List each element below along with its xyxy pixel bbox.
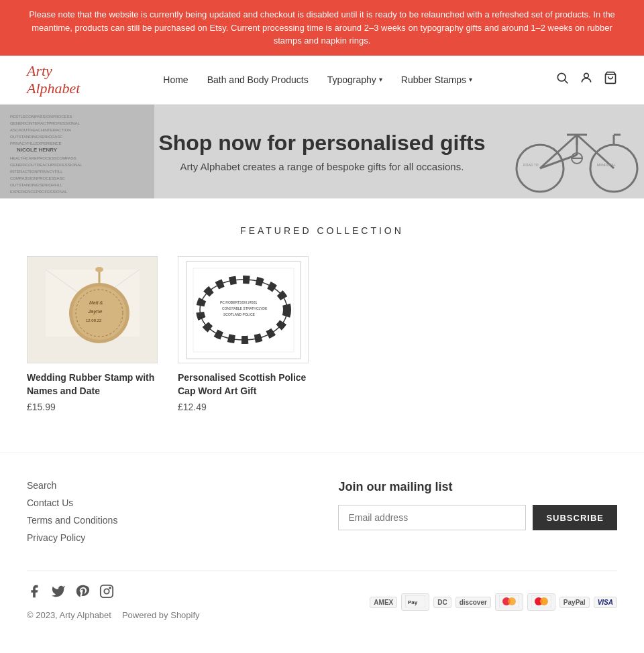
products-grid: Matt & Jayne 12.08.22 Wedding Rubber Sta…	[27, 256, 617, 412]
product-image-1: Matt & Jayne 12.08.22	[27, 256, 158, 363]
svg-point-0	[557, 74, 566, 82]
svg-text:GENERICOUTREACHPROFESSIONAL: GENERICOUTREACHPROFESSIONAL	[10, 163, 83, 167]
svg-text:PESTLECOMPASSIONPROCESS: PESTLECOMPASSIONPROCESS	[10, 115, 72, 119]
svg-rect-48	[101, 585, 113, 597]
svg-text:OUTSTANDINGSENIORASC: OUTSTANDINGSENIORASC	[10, 135, 63, 139]
mastercard-icon	[527, 593, 555, 611]
hero-left-image: PESTLECOMPASSIONPROCESS GENERICINTERACTP…	[0, 105, 154, 198]
subscribe-button[interactable]: SUBSCRIBE	[533, 505, 617, 530]
newsletter-heading: Join our mailing list	[338, 480, 617, 494]
payment-icons: AMEX Pay DC discover	[370, 593, 617, 611]
stamp-ornament-svg: Matt & Jayne 12.08.22	[42, 263, 143, 357]
svg-point-49	[104, 589, 109, 594]
footer-link-terms[interactable]: Terms and Conditions	[27, 515, 117, 526]
svg-text:COMPASSIONPROCESSASC: COMPASSIONPROCESSASC	[10, 176, 66, 180]
footer-link-privacy[interactable]: Privacy Policy	[27, 532, 117, 543]
diners-icon: DC	[433, 597, 451, 608]
nav-rubber-stamps[interactable]: Rubber Stamps	[401, 74, 472, 85]
svg-text:MANROYAL: MANROYAL	[597, 163, 616, 167]
site-header: Arty Alphabet Home Bath and Body Product…	[0, 56, 644, 105]
footer-bottom: © 2023, Arty Alphabet Powered by Shopify…	[27, 570, 617, 620]
product-price-1: £15.99	[27, 402, 158, 412]
site-footer: Search Contact Us Terms and Conditions P…	[0, 453, 644, 634]
product-image-2: PC ROBERTSON 24581 CONSTABLE STRATHCLYDE…	[178, 256, 309, 363]
header-icons	[555, 71, 617, 88]
instagram-icon[interactable]	[99, 584, 114, 602]
police-cap-svg: PC ROBERTSON 24581 CONSTABLE STRATHCLYDE…	[183, 258, 304, 362]
hero-subtext: Arty Alphabet creates a range of bespoke…	[158, 161, 485, 172]
footer-bottom-left: © 2023, Arty Alphabet Powered by Shopify	[27, 584, 200, 620]
footer-link-contact[interactable]: Contact Us	[27, 497, 117, 508]
footer-content: Search Contact Us Terms and Conditions P…	[27, 480, 617, 543]
hero-content: Shop now for personalised gifts Arty Alp…	[158, 131, 485, 172]
hero-banner: PESTLECOMPASSIONPROCESS GENERICINTERACTP…	[0, 105, 644, 198]
svg-line-18	[540, 135, 577, 168]
newsletter-form: SUBSCRIBE	[338, 505, 617, 530]
bicycle-svg: ROAD TO MANROYAL	[513, 108, 641, 195]
nav-typography-label: Typography	[327, 74, 376, 85]
site-logo[interactable]: Arty Alphabet	[27, 62, 80, 98]
svg-point-50	[109, 588, 111, 589]
svg-line-1	[565, 80, 568, 84]
announcement-bar: Please note that the website is currentl…	[0, 0, 644, 56]
apple-pay-icon: Pay	[401, 593, 429, 611]
product-title-2: Personalised Scottish Police Cap Word Ar…	[178, 371, 309, 398]
nav-bath[interactable]: Bath and Body Products	[207, 74, 309, 85]
svg-text:EXPERIENCEPROFESSIONAL: EXPERIENCEPROFESSIONAL	[10, 190, 68, 194]
svg-text:GENERICINTERACTPROFESSIONAL: GENERICINTERACTPROFESSIONAL	[10, 121, 80, 125]
discover-icon: discover	[455, 597, 491, 608]
pinterest-icon[interactable]	[75, 584, 90, 602]
featured-section: FEATURED COLLECTION Matt & Jayne	[0, 198, 644, 453]
logo-line2: Alphabet	[27, 80, 80, 97]
nav-rubber-stamps-label: Rubber Stamps	[401, 74, 466, 85]
twitter-icon[interactable]	[51, 584, 66, 602]
nav-typography[interactable]: Typography	[327, 74, 382, 85]
facebook-icon[interactable]	[27, 584, 42, 602]
svg-text:ROAD TO: ROAD TO	[523, 163, 539, 167]
svg-text:ASCPOUTREACHINTERACTION: ASCPOUTREACHINTERACTION	[10, 128, 71, 132]
svg-point-40	[95, 267, 103, 272]
social-icons	[27, 584, 200, 602]
svg-point-2	[584, 74, 589, 78]
svg-text:SCOTLAND POLICE: SCOTLAND POLICE	[223, 312, 256, 316]
hero-heading: Shop now for personalised gifts	[158, 131, 485, 156]
hero-right-image: ROAD TO MANROYAL	[510, 105, 644, 198]
word-art-figure-svg: PESTLECOMPASSIONPROCESS GENERICINTERACTP…	[3, 105, 151, 198]
paypal-icon: PayPal	[559, 597, 590, 608]
footer-newsletter: Join our mailing list SUBSCRIBE	[338, 480, 617, 543]
svg-text:Jayne: Jayne	[87, 308, 103, 314]
search-icon[interactable]	[555, 71, 569, 88]
svg-text:CONSTABLE STRATHCLYDE: CONSTABLE STRATHCLYDE	[222, 306, 268, 310]
product-price-2: £12.49	[178, 402, 309, 412]
svg-point-58	[540, 597, 548, 605]
svg-text:HEALTHCAREPROCESSCOMPASS: HEALTHCAREPROCESSCOMPASS	[10, 156, 76, 160]
copyright-text: © 2023, Arty Alphabet	[27, 610, 111, 620]
footer-links: Search Contact Us Terms and Conditions P…	[27, 480, 117, 543]
svg-text:Pay: Pay	[408, 599, 418, 605]
featured-title: FEATURED COLLECTION	[27, 225, 617, 236]
svg-text:INTERACTIONPRIVACYFILL: INTERACTIONPRIVACYFILL	[10, 170, 63, 174]
email-input[interactable]	[338, 505, 526, 530]
product-title-1: Wedding Rubber Stamp with Names and Date	[27, 371, 158, 398]
maestro-icon	[495, 593, 523, 611]
svg-text:PRIVACYFILLEXPERIENCE: PRIVACYFILLEXPERIENCE	[10, 141, 62, 145]
svg-text:PC ROBERTSON 24581: PC ROBERTSON 24581	[220, 300, 257, 304]
nav-home[interactable]: Home	[163, 74, 188, 85]
powered-by-link[interactable]: Powered by Shopify	[122, 610, 200, 620]
amex-icon: AMEX	[370, 597, 397, 608]
svg-point-55	[508, 597, 516, 605]
footer-copyright: © 2023, Arty Alphabet Powered by Shopify	[27, 610, 200, 620]
cart-icon[interactable]	[604, 71, 617, 88]
main-nav: Home Bath and Body Products Typography R…	[163, 74, 472, 85]
svg-text:NICOLE HENRY: NICOLE HENRY	[17, 147, 58, 153]
footer-link-search[interactable]: Search	[27, 480, 117, 491]
product-card[interactable]: Matt & Jayne 12.08.22 Wedding Rubber Sta…	[27, 256, 158, 412]
svg-text:OUTSTANDINGSENIORFILL: OUTSTANDINGSENIORFILL	[10, 183, 63, 187]
announcement-text: Please note that the website is currentl…	[29, 9, 615, 46]
logo-line1: Arty	[27, 62, 80, 80]
login-icon[interactable]	[580, 71, 593, 88]
product-card[interactable]: PC ROBERTSON 24581 CONSTABLE STRATHCLYDE…	[178, 256, 309, 412]
visa-icon: VISA	[594, 597, 617, 608]
svg-text:Matt &: Matt &	[89, 300, 103, 305]
svg-text:12.08.22: 12.08.22	[86, 318, 102, 322]
